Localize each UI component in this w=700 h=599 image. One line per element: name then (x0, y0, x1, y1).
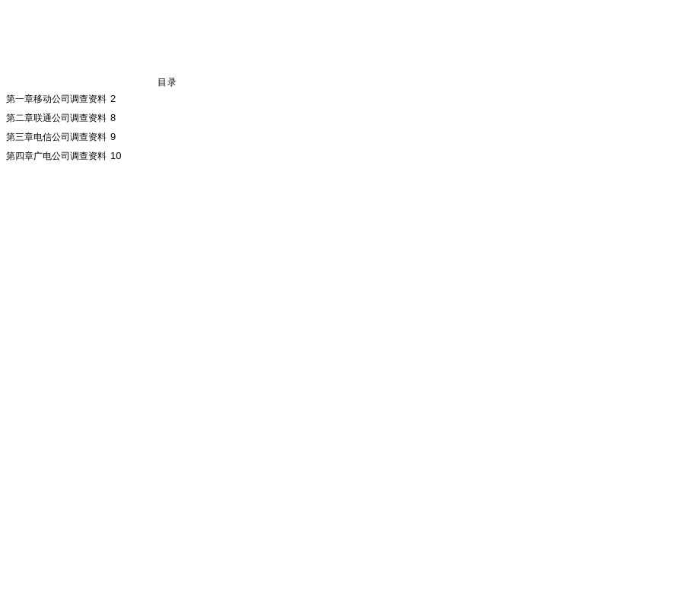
toc-item-page: 10 (110, 150, 121, 161)
toc-item-page: 8 (110, 112, 116, 123)
toc-list: 第一章移动公司调查资料 2 第二章联通公司调查资料 8 第三章电信公司调查资料 … (6, 89, 121, 165)
toc-item-label: 第三章电信公司调查资料 (6, 132, 107, 142)
toc-item: 第一章移动公司调查资料 2 (6, 89, 121, 108)
toc-item: 第三章电信公司调查资料 9 (6, 127, 121, 146)
toc-item: 第四章广电公司调查资料 10 (6, 146, 121, 165)
toc-item-label: 第二章联通公司调查资料 (6, 113, 107, 123)
toc-item-page: 2 (110, 93, 116, 104)
toc-title: 目录 (158, 76, 177, 89)
toc-item-label: 第四章广电公司调查资料 (6, 151, 107, 161)
toc-item: 第二章联通公司调查资料 8 (6, 108, 121, 127)
toc-item-page: 9 (110, 131, 116, 142)
toc-item-label: 第一章移动公司调查资料 (6, 94, 107, 104)
